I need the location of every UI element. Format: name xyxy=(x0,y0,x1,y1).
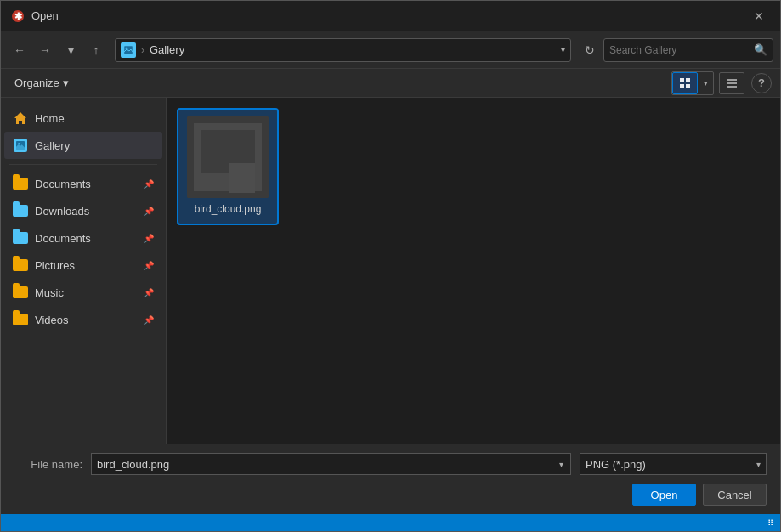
sidebar-item-documents2[interactable]: Documents 📌 xyxy=(4,224,162,252)
svg-text:✱: ✱ xyxy=(14,11,23,21)
open-dialog: ✱ Open ✕ ← → ▾ ↑ › Gallery ▾ ↻ 🔍 xyxy=(0,0,781,532)
search-icon[interactable]: 🔍 xyxy=(754,43,767,56)
filename-label: File name: xyxy=(14,458,82,471)
sidebar: Home Gallery xyxy=(1,98,167,444)
file-area: bird_cloud.png xyxy=(167,98,780,444)
sidebar-item-downloads[interactable]: Downloads 📌 xyxy=(4,197,162,224)
address-separator: › xyxy=(141,44,144,56)
filename-input[interactable] xyxy=(97,458,557,471)
folder-blue-icon-downloads xyxy=(13,203,28,218)
svg-rect-4 xyxy=(680,78,684,82)
dropdown-button[interactable]: ▾ xyxy=(59,38,82,62)
sidebar-downloads-label: Downloads xyxy=(35,205,137,218)
open-button[interactable]: Open xyxy=(632,484,696,506)
sidebar-music-label: Music xyxy=(35,286,137,299)
sidebar-pictures-label: Pictures xyxy=(35,259,137,272)
folder-yellow-icon xyxy=(13,176,28,191)
sidebar-videos-label: Videos xyxy=(35,314,137,326)
folder-yellow-icon-videos xyxy=(13,312,28,327)
pin-icon-documents2: 📌 xyxy=(144,234,154,243)
dialog-title: Open xyxy=(31,9,748,22)
pin-icon-music: 📌 xyxy=(144,288,154,297)
file-thumbnail-bird-cloud xyxy=(187,116,269,198)
view-dropdown-button[interactable]: ▾ xyxy=(698,72,713,94)
search-input[interactable] xyxy=(609,44,749,56)
svg-rect-16 xyxy=(229,163,255,193)
sidebar-documents2-label: Documents xyxy=(35,232,137,245)
bottom-bar: File name: ▾ PNG (*.png) ▾ Open Cancel xyxy=(1,444,780,514)
filetype-text: PNG (*.png) xyxy=(586,458,756,471)
address-dropdown-arrow[interactable]: ▾ xyxy=(561,45,565,54)
main-content: Home Gallery xyxy=(1,98,780,444)
svg-point-12 xyxy=(18,143,20,145)
sidebar-documents-label: Documents xyxy=(35,178,137,190)
organize-arrow: ▾ xyxy=(63,76,69,89)
sidebar-item-pictures[interactable]: Pictures 📌 xyxy=(4,252,162,279)
file-grid: bird_cloud.png xyxy=(177,108,770,225)
address-bar-icon xyxy=(121,42,136,58)
organize-label: Organize xyxy=(14,76,59,89)
organize-button[interactable]: Organize ▾ xyxy=(9,73,74,93)
filename-input-wrapper: ▾ xyxy=(91,453,571,475)
status-bar: ⠿ xyxy=(1,514,780,531)
app-icon: ✱ xyxy=(11,9,25,23)
cancel-button[interactable]: Cancel xyxy=(703,484,767,506)
sidebar-item-music[interactable]: Music 📌 xyxy=(4,279,162,306)
svg-rect-5 xyxy=(686,78,690,82)
help-button[interactable]: ? xyxy=(751,73,772,93)
filename-dropdown-button[interactable]: ▾ xyxy=(557,460,565,469)
svg-rect-10 xyxy=(727,86,737,88)
folder-yellow-icon-pictures xyxy=(13,258,28,273)
sidebar-item-videos[interactable]: Videos 📌 xyxy=(4,306,162,333)
details-view-button[interactable] xyxy=(719,72,744,94)
bottom-actions: Open Cancel xyxy=(14,484,767,506)
up-button[interactable]: ↑ xyxy=(84,38,108,62)
sidebar-divider xyxy=(9,164,157,165)
search-box: 🔍 xyxy=(603,38,773,62)
svg-rect-9 xyxy=(727,82,737,84)
pin-icon: 📌 xyxy=(144,179,154,189)
filename-row: File name: ▾ PNG (*.png) ▾ xyxy=(14,453,767,475)
sidebar-item-gallery[interactable]: Gallery xyxy=(4,132,162,159)
filetype-dropdown-button[interactable]: ▾ xyxy=(756,460,761,469)
address-path: Gallery xyxy=(150,43,556,56)
large-icons-view-button[interactable] xyxy=(672,72,698,94)
filetype-select-wrapper: PNG (*.png) ▾ xyxy=(580,453,767,475)
secondary-toolbar: Organize ▾ ▾ ? xyxy=(1,69,780,98)
sidebar-item-home[interactable]: Home xyxy=(4,105,162,132)
sidebar-item-documents[interactable]: Documents 📌 xyxy=(4,170,162,197)
gallery-nav-icon xyxy=(13,138,28,153)
sidebar-gallery-label: Gallery xyxy=(35,139,154,152)
home-icon xyxy=(13,110,28,126)
back-button[interactable]: ← xyxy=(8,38,31,62)
forward-button[interactable]: → xyxy=(33,38,57,62)
pin-icon-videos: 📌 xyxy=(144,315,154,325)
close-button[interactable]: ✕ xyxy=(748,5,770,27)
svg-rect-7 xyxy=(686,84,690,88)
address-bar[interactable]: › Gallery ▾ xyxy=(115,38,571,62)
navigation-toolbar: ← → ▾ ↑ › Gallery ▾ ↻ 🔍 xyxy=(1,31,780,69)
status-icon: ⠿ xyxy=(767,518,773,528)
svg-rect-6 xyxy=(680,84,684,88)
pin-icon-pictures: 📌 xyxy=(144,261,154,270)
titlebar: ✱ Open ✕ xyxy=(1,1,780,31)
folder-yellow-icon-music xyxy=(13,285,28,300)
sidebar-home-label: Home xyxy=(35,112,154,125)
file-item-bird-cloud[interactable]: bird_cloud.png xyxy=(177,108,279,225)
file-name-bird-cloud: bird_cloud.png xyxy=(195,203,262,217)
folder-blue-icon-documents2 xyxy=(13,230,28,246)
pin-icon-downloads: 📌 xyxy=(144,207,154,216)
svg-rect-8 xyxy=(727,79,737,81)
refresh-button[interactable]: ↻ xyxy=(578,38,602,62)
